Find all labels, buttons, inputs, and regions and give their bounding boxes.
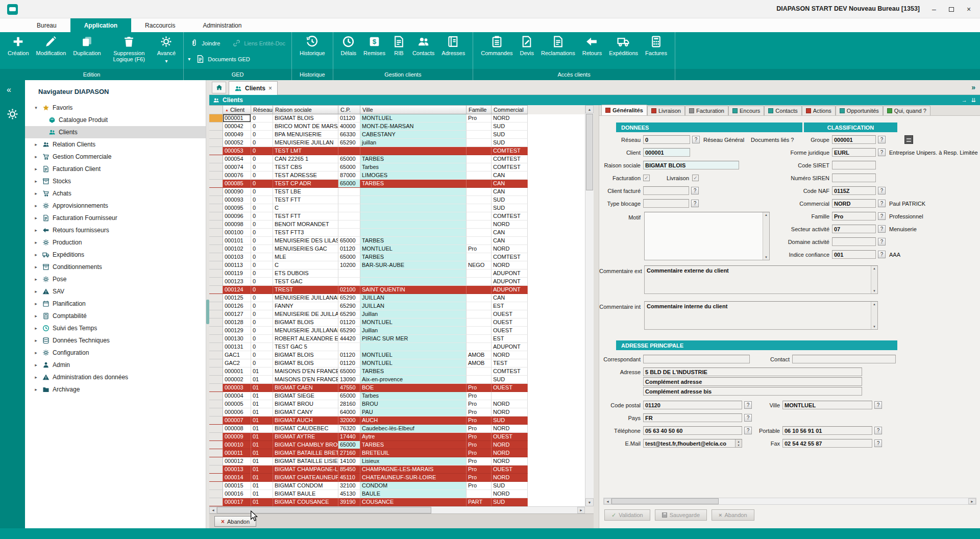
cell-client[interactable]: GAC2	[223, 359, 251, 368]
cell-cp[interactable]: 17440	[338, 433, 360, 441]
cell-cp[interactable]: 01120	[338, 114, 360, 122]
menu-tab-raccourcis[interactable]: Raccourcis	[131, 18, 189, 32]
sidebar-item-pose[interactable]: ▸Pose	[25, 273, 206, 285]
cell-reseau[interactable]: 0	[251, 204, 273, 212]
cell-cp[interactable]: 66330	[338, 131, 360, 139]
table-row[interactable]: 0001280BIGMAT BLOIS01120MONTLUELOUEST	[209, 318, 528, 327]
cell-famille[interactable]	[467, 163, 492, 172]
cell-reseau[interactable]: 0	[251, 131, 273, 139]
cell-reseau[interactable]: 0	[251, 335, 273, 343]
maximize-button[interactable]	[944, 3, 959, 15]
sidebar-item-approvisionnements[interactable]: ▸Approvisionnements	[25, 200, 206, 212]
cell-famille[interactable]	[467, 368, 492, 376]
row-selector[interactable]	[209, 441, 223, 449]
cell-client[interactable]: 000090	[223, 188, 251, 196]
cell-raison-sociale[interactable]: TEST CP ADR	[273, 180, 338, 188]
cell-famille[interactable]	[467, 253, 492, 261]
delais-button[interactable]: Délais	[337, 34, 360, 57]
home-tab-button[interactable]	[212, 82, 226, 93]
cell-commercial[interactable]: CAN	[492, 229, 528, 237]
cell-raison-sociale[interactable]: MENUISERIE JUILLAN	[273, 139, 338, 147]
contact-field[interactable]	[792, 355, 896, 363]
cell-client[interactable]: 000098	[223, 220, 251, 229]
reseau-field[interactable]: 0	[643, 135, 690, 144]
help-button[interactable]: ?	[878, 187, 886, 194]
commandes-button[interactable]: Commandes	[477, 34, 516, 57]
adresse-ligne2-field[interactable]: Complément adresse	[643, 377, 862, 386]
cell-cp[interactable]: 65000	[338, 368, 360, 376]
cell-commercial[interactable]: EST	[492, 302, 528, 310]
cell-client[interactable]: 000128	[223, 318, 251, 327]
cell-ville[interactable]: TARBES	[360, 180, 467, 188]
cell-client[interactable]: 000053	[223, 147, 251, 155]
table-row[interactable]: 00000101MAISONS D'EN FRANCE65000TARBESCO…	[209, 368, 528, 376]
help-button[interactable]: ?	[878, 136, 886, 143]
table-row[interactable]: 0001230TEST GACADUPONT	[209, 278, 528, 286]
cell-commercial[interactable]: NORD	[492, 351, 528, 359]
cell-commercial[interactable]: SUD	[492, 131, 528, 139]
help-button[interactable]: ?	[878, 212, 886, 220]
cell-famille[interactable]	[467, 172, 492, 180]
contacts-button[interactable]: Contacts	[409, 34, 438, 57]
cell-ville[interactable]: LIMOGES	[360, 172, 467, 180]
cell-reseau[interactable]: 0	[251, 196, 273, 204]
cell-cp[interactable]: 65000	[338, 253, 360, 261]
table-row[interactable]: 0001020MENUISERIES GAC01120MONTLUELProNO…	[209, 245, 528, 253]
cell-raison-sociale[interactable]: BIGMAT CAUDEBEC	[273, 425, 338, 433]
table-row[interactable]: 0000740TEST CBS65000TarbesCOMTEST	[209, 163, 528, 172]
scroll-up-icon[interactable]: ▲	[873, 303, 876, 306]
cell-commercial[interactable]	[492, 392, 528, 400]
cell-famille[interactable]	[467, 327, 492, 335]
cell-raison-sociale[interactable]: BIGMAT CHAMPAGNE-LE	[273, 465, 338, 474]
duplication-button[interactable]: Duplication	[69, 34, 104, 57]
cell-commercial[interactable]: OUEST	[492, 433, 528, 441]
motif-field[interactable]: ▲▼	[644, 212, 770, 260]
raison-sociale-field[interactable]: BIGMAT BLOIS	[643, 161, 739, 169]
cell-commercial[interactable]: ADUPONT	[492, 286, 528, 294]
cell-client[interactable]: 000093	[223, 196, 251, 204]
rib-button[interactable]: RIB	[389, 34, 409, 57]
cell-raison-sociale[interactable]: BIGMAT BAULE	[273, 490, 338, 498]
row-selector[interactable]	[209, 204, 223, 212]
minimize-button[interactable]: –	[927, 3, 941, 15]
detail-tab-actions[interactable]: Actions	[802, 106, 836, 115]
cell-reseau[interactable]: 0	[251, 180, 273, 188]
cell-commercial[interactable]: NORD	[492, 441, 528, 449]
cell-client[interactable]: 000096	[223, 212, 251, 220]
cell-reseau[interactable]: 0	[251, 302, 273, 310]
header-row-selector[interactable]	[209, 105, 223, 114]
cell-client[interactable]: 000103	[223, 253, 251, 261]
cell-reseau[interactable]: 0	[251, 278, 273, 286]
cell-cp[interactable]	[338, 204, 360, 212]
help-button[interactable]: ?	[744, 427, 752, 434]
chevron-down-icon[interactable]: ▾	[188, 56, 190, 62]
cell-reseau[interactable]: 0	[251, 122, 273, 131]
table-row[interactable]: 0000960TEST FTTCOMTEST	[209, 212, 528, 220]
panel-splitter[interactable]	[594, 105, 599, 528]
scrollbar-thumb[interactable]	[586, 114, 593, 190]
cell-ville[interactable]	[360, 188, 467, 196]
cell-famille[interactable]: AMOB	[467, 359, 492, 368]
row-selector[interactable]	[209, 212, 223, 220]
sidebar-item-catalogue-produit[interactable]: Catalogue Produit	[25, 114, 206, 126]
cell-raison-sociale[interactable]: TEST GAC	[273, 278, 338, 286]
cell-client[interactable]: 000016	[223, 490, 251, 498]
cell-client[interactable]: 000003	[223, 384, 251, 392]
cell-commercial[interactable]: EST	[492, 335, 528, 343]
cell-commercial[interactable]: ADUPONT	[492, 270, 528, 278]
cell-famille[interactable]	[467, 310, 492, 318]
cell-ville[interactable]: BOE	[360, 384, 467, 392]
cell-ville[interactable]: Tarbes	[360, 163, 467, 172]
cell-cp[interactable]: 65000	[338, 180, 360, 188]
cell-raison-sociale[interactable]: TEST LMT	[273, 147, 338, 155]
cell-commercial[interactable]: ADUPONT	[492, 278, 528, 286]
reclamations-button[interactable]: Reclamations	[537, 34, 579, 57]
cell-client[interactable]: 000124	[223, 286, 251, 294]
cell-ville[interactable]: MONTLUEL	[360, 245, 467, 253]
cell-ville[interactable]: Lisieux	[360, 457, 467, 465]
cell-cp[interactable]: 39190	[338, 498, 360, 506]
scroll-right-icon[interactable]: ►	[577, 507, 585, 513]
cell-client[interactable]: 000002	[223, 376, 251, 384]
cell-ville[interactable]	[360, 278, 467, 286]
row-selector[interactable]	[209, 408, 223, 416]
